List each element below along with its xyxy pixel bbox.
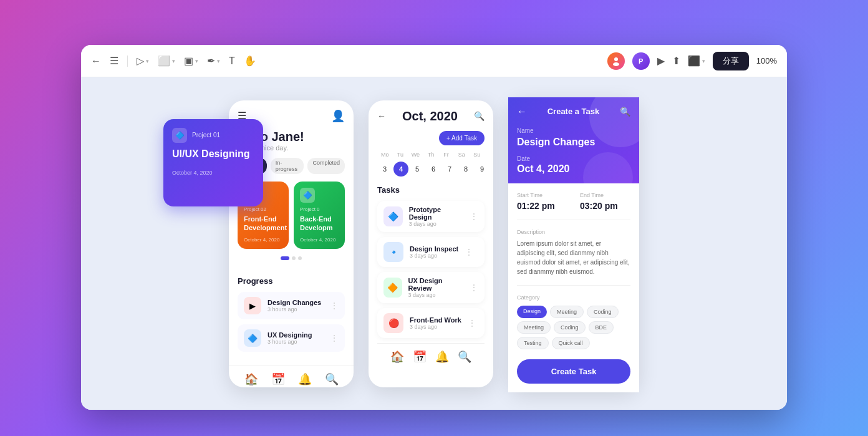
upload-icon[interactable]: ⬆ bbox=[672, 55, 680, 67]
end-time-value: 03:20 pm bbox=[580, 201, 630, 211]
task-4-more[interactable]: ⋮ bbox=[468, 318, 476, 328]
share-button[interactable]: 分享 bbox=[713, 52, 749, 70]
task-item-4[interactable]: 🔴 Front-End Work 3 days ago ⋮ bbox=[377, 308, 485, 338]
cat-bde[interactable]: BDE bbox=[589, 321, 614, 334]
day-we: We bbox=[408, 152, 423, 158]
cat-coding-2[interactable]: Coding bbox=[554, 321, 586, 334]
task-2-time: 3 days ago bbox=[410, 253, 458, 259]
cal-9[interactable]: 9 bbox=[475, 162, 489, 177]
floating-project-card[interactable]: 🔷 Project 01 UI/UX Designing October 4, … bbox=[163, 119, 263, 206]
nav-search-icon[interactable]: 🔍 bbox=[325, 372, 339, 386]
nav-calendar-icon[interactable]: 📅 bbox=[271, 372, 285, 386]
play-icon[interactable]: ▷ ▾ bbox=[137, 55, 149, 67]
desc-text: Lorem ipsum dolor sit amet, er adipiscin… bbox=[517, 239, 630, 276]
task-1-name: Prototype Design bbox=[409, 206, 463, 221]
nav2-home-icon[interactable]: 🏠 bbox=[390, 350, 404, 364]
project3-icon: 🔷 bbox=[300, 188, 315, 203]
layout-icon[interactable]: ⬛ ▾ bbox=[688, 55, 705, 67]
back-arrow-icon[interactable]: ← bbox=[377, 111, 386, 121]
screen3-content: ← Create a Task 🔍 Name Design Changes Da… bbox=[508, 97, 639, 392]
task-item-2[interactable]: 🔹 Design Inspect 3 days ago ⋮ bbox=[377, 237, 485, 267]
progress-name-1: Design Changes bbox=[268, 299, 324, 306]
cal-4[interactable]: 4 bbox=[393, 162, 408, 177]
create-task-button[interactable]: Create Task bbox=[517, 359, 630, 384]
back-icon[interactable]: ← bbox=[91, 56, 101, 67]
dot-3 bbox=[298, 256, 302, 260]
task-3-more[interactable]: ⋮ bbox=[470, 283, 478, 293]
phone-mockup-3: ← Create a Task 🔍 Name Design Changes Da… bbox=[508, 97, 639, 390]
add-task-row: + Add Task bbox=[377, 131, 485, 145]
floating-project-number: Project 01 bbox=[192, 132, 220, 138]
task-1-time: 3 days ago bbox=[409, 221, 463, 227]
cat-design[interactable]: Design bbox=[517, 306, 547, 318]
search-calendar-icon[interactable]: 🔍 bbox=[474, 111, 485, 121]
calendar-grid: Mo Tu We Th Fr Sa Su 3 4 5 6 7 8 bbox=[377, 152, 485, 177]
more-dots-2[interactable]: ⋮ bbox=[330, 333, 339, 343]
task-2-info: Design Inspect 3 days ago bbox=[410, 245, 458, 259]
cal-5[interactable]: 5 bbox=[410, 162, 425, 177]
box-icon[interactable]: ▣ ▾ bbox=[184, 55, 198, 67]
task-item-1[interactable]: 🔷 Prototype Design 3 days ago ⋮ bbox=[377, 201, 485, 232]
time-row: Start Time 01:22 pm End Time 03:20 pm bbox=[517, 192, 630, 220]
tasks-section-title: Tasks bbox=[377, 185, 485, 195]
nav2-calendar-icon[interactable]: 📅 bbox=[413, 350, 427, 364]
cal-3[interactable]: 3 bbox=[377, 162, 392, 177]
tab-completed[interactable]: Completed bbox=[307, 158, 345, 174]
task-item-3[interactable]: 🔶 UX Design Review 3 days ago ⋮ bbox=[377, 272, 485, 303]
user-account-icon[interactable]: 👤 bbox=[331, 109, 345, 123]
name-value: Design Changes bbox=[517, 137, 630, 148]
day-su: Su bbox=[469, 152, 485, 158]
nav-bell-icon[interactable]: 🔔 bbox=[298, 372, 312, 386]
progress-name-2: UX Designing bbox=[268, 331, 324, 339]
tab-in-progress[interactable]: In-progress bbox=[271, 158, 304, 174]
month-title: Oct, 2020 bbox=[402, 109, 458, 124]
text-icon[interactable]: T bbox=[229, 56, 235, 67]
phone-mockup-1: 🔷 Project 01 UI/UX Designing October 4, … bbox=[229, 100, 354, 387]
add-task-button[interactable]: + Add Task bbox=[439, 131, 485, 145]
progress-info-1: Design Changes 3 hours ago bbox=[268, 299, 324, 312]
cal-8[interactable]: 8 bbox=[458, 162, 473, 177]
cat-quick-call[interactable]: Quick call bbox=[552, 337, 590, 349]
hand-icon[interactable]: ✋ bbox=[244, 55, 256, 67]
day-th: Th bbox=[423, 152, 439, 158]
task-4-info: Front-End Work 3 days ago bbox=[410, 316, 461, 330]
task-3-info: UX Design Review 3 days ago bbox=[408, 277, 464, 298]
bottom-nav-1: 🏠 📅 🔔 🔍 bbox=[229, 366, 354, 392]
more-dots-1[interactable]: ⋮ bbox=[330, 301, 339, 311]
calendar-numbers: 3 4 5 6 7 8 9 bbox=[377, 162, 485, 177]
menu-icon[interactable]: ☰ bbox=[110, 55, 118, 67]
cat-meeting-2[interactable]: Meeting bbox=[517, 321, 551, 334]
project-card-3[interactable]: 🔷 Project 0 Back-End Developm October 4,… bbox=[294, 182, 345, 249]
bottom-nav-2: 🏠 📅 🔔 🔍 bbox=[377, 343, 485, 370]
nav2-bell-icon[interactable]: 🔔 bbox=[435, 350, 449, 364]
progress-icon-2: 🔷 bbox=[244, 329, 261, 347]
pen-icon[interactable]: ✒ ▾ bbox=[207, 55, 220, 67]
progress-item-2[interactable]: 🔷 UX Designing 3 hours ago ⋮ bbox=[238, 324, 345, 352]
screen3-search-icon[interactable]: 🔍 bbox=[620, 107, 630, 117]
task-2-icon: 🔹 bbox=[383, 242, 403, 262]
rectangle-icon[interactable]: ⬜ ▾ bbox=[158, 55, 175, 67]
phone-mockup-2: ← Oct, 2020 🔍 + Add Task Mo Tu We Th Fr bbox=[369, 100, 493, 387]
nav-home-icon[interactable]: 🏠 bbox=[244, 372, 258, 386]
nav2-search-icon[interactable]: 🔍 bbox=[458, 350, 471, 364]
cat-testing[interactable]: Testing bbox=[517, 337, 549, 349]
project2-title: Front-End Development bbox=[244, 215, 282, 233]
day-mo: Mo bbox=[377, 152, 393, 158]
zoom-level[interactable]: 100% bbox=[756, 56, 777, 65]
floating-card-header: 🔷 Project 01 bbox=[172, 128, 254, 143]
category-label: Category bbox=[517, 294, 630, 301]
progress-info-2: UX Designing 3 hours ago bbox=[268, 331, 324, 345]
cat-meeting-1[interactable]: Meeting bbox=[550, 306, 584, 318]
cat-coding-1[interactable]: Coding bbox=[587, 306, 619, 318]
progress-item-1[interactable]: ▶ Design Changes 3 hours ago ⋮ bbox=[238, 292, 345, 319]
project3-title: Back-End Developm bbox=[300, 215, 339, 233]
screen3-back-icon[interactable]: ← bbox=[517, 106, 527, 117]
progress-time-1: 3 hours ago bbox=[268, 306, 324, 312]
cal-6[interactable]: 6 bbox=[426, 162, 441, 177]
calendar-days-header: Mo Tu We Th Fr Sa Su bbox=[377, 152, 485, 158]
task-1-more[interactable]: ⋮ bbox=[470, 211, 478, 221]
play-circle-icon[interactable]: ▶ bbox=[657, 55, 665, 67]
cal-7[interactable]: 7 bbox=[442, 162, 457, 177]
toolbar: ← ☰ ▷ ▾ ⬜ ▾ ▣ ▾ ✒ ▾ T ✋ P ▶ ⬆ ⬛ ▾ 分享 100… bbox=[81, 45, 787, 77]
task-2-more[interactable]: ⋮ bbox=[465, 247, 473, 257]
